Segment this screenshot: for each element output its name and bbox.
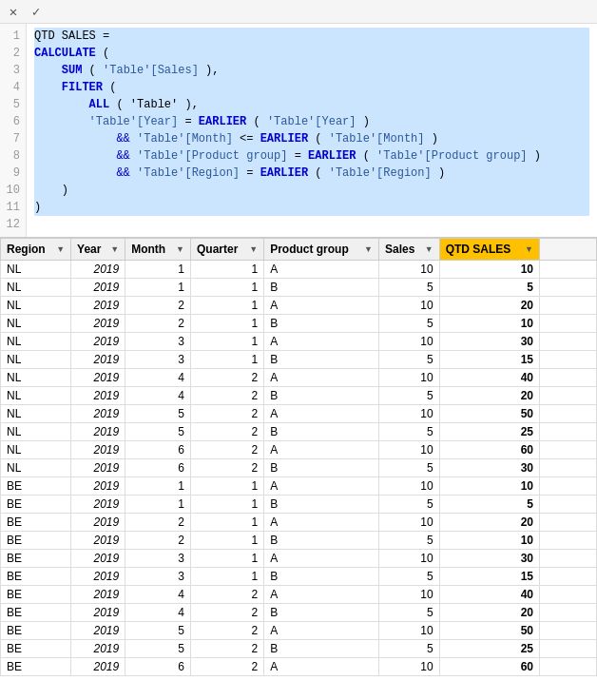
- cell-qtd_sales: 25: [439, 640, 539, 658]
- cell-qtd_sales: 30: [439, 550, 539, 568]
- cell-month: 6: [125, 658, 191, 676]
- filter-icon-quarter[interactable]: ▼: [249, 244, 258, 254]
- extra-cell: [540, 477, 597, 496]
- cell-product_group: A: [264, 514, 379, 532]
- extra-header: [540, 239, 597, 261]
- cell-month: 3: [125, 568, 191, 586]
- cell-quarter: 1: [191, 297, 264, 315]
- filter-icon-region[interactable]: ▼: [56, 244, 65, 254]
- cell-qtd_sales: 40: [439, 369, 539, 387]
- extra-cell: [540, 496, 597, 514]
- extra-cell: [540, 586, 597, 604]
- cell-year: 2019: [71, 568, 125, 586]
- cell-region: BE: [1, 604, 71, 622]
- code-line: FILTER (: [34, 79, 589, 96]
- cell-product_group: B: [264, 279, 379, 297]
- cell-region: BE: [1, 568, 71, 586]
- cell-quarter: 2: [191, 441, 264, 459]
- cell-region: NL: [1, 279, 71, 297]
- cell-quarter: 2: [191, 622, 264, 640]
- data-table-container: Region▼Year▼Month▼Quarter▼Product group▼…: [0, 238, 597, 676]
- cell-quarter: 1: [191, 333, 264, 351]
- cell-sales: 10: [378, 658, 439, 676]
- cell-region: BE: [1, 550, 71, 568]
- code-editor: ✕ ✓ 123456789101112 QTD SALES =CALCULATE…: [0, 0, 597, 238]
- cell-product_group: B: [264, 315, 379, 333]
- code-line: && 'Table'[Month] <= EARLIER ( 'Table'[M…: [34, 130, 589, 147]
- cell-year: 2019: [71, 405, 125, 423]
- header-label-month: Month: [131, 243, 165, 256]
- column-header-qtd_sales: QTD SALES▼: [439, 239, 539, 261]
- cell-qtd_sales: 15: [439, 351, 539, 369]
- cell-year: 2019: [71, 477, 125, 496]
- cell-sales: 10: [378, 622, 439, 640]
- header-label-year: Year: [77, 243, 101, 256]
- cell-region: NL: [1, 369, 71, 387]
- cell-region: NL: [1, 459, 71, 477]
- cell-qtd_sales: 30: [439, 459, 539, 477]
- confirm-icon[interactable]: ✓: [29, 4, 44, 19]
- cell-region: BE: [1, 477, 71, 496]
- cell-sales: 5: [378, 315, 439, 333]
- line-number: 5: [6, 96, 20, 113]
- cell-qtd_sales: 40: [439, 586, 539, 604]
- filter-icon-product_group[interactable]: ▼: [364, 244, 373, 254]
- cell-sales: 10: [378, 405, 439, 423]
- cell-region: BE: [1, 496, 71, 514]
- cell-sales: 10: [378, 550, 439, 568]
- cell-product_group: A: [264, 297, 379, 315]
- line-numbers: 123456789101112: [0, 24, 27, 237]
- cancel-icon[interactable]: ✕: [6, 4, 21, 19]
- cell-sales: 10: [378, 297, 439, 315]
- cell-region: NL: [1, 423, 71, 441]
- table-row: BE201952B525: [1, 640, 597, 658]
- cell-product_group: B: [264, 387, 379, 405]
- cell-region: NL: [1, 441, 71, 459]
- filter-icon-year[interactable]: ▼: [110, 244, 119, 254]
- column-header-product_group: Product group▼: [264, 239, 379, 261]
- code-content[interactable]: QTD SALES =CALCULATE ( SUM ( 'Table'[Sal…: [27, 24, 597, 237]
- table-row: NL201952A1050: [1, 405, 597, 423]
- filter-icon-sales[interactable]: ▼: [425, 244, 433, 254]
- cell-year: 2019: [71, 297, 125, 315]
- cell-sales: 10: [378, 514, 439, 532]
- line-number: 3: [6, 62, 20, 79]
- cell-quarter: 2: [191, 405, 264, 423]
- column-header-sales: Sales▼: [378, 239, 439, 261]
- table-row: NL201931A1030: [1, 333, 597, 351]
- cell-product_group: A: [264, 550, 379, 568]
- cell-quarter: 1: [191, 477, 264, 496]
- cell-year: 2019: [71, 622, 125, 640]
- line-number: 2: [6, 45, 20, 62]
- cell-quarter: 2: [191, 604, 264, 622]
- header-label-sales: Sales: [385, 243, 414, 256]
- code-line: SUM ( 'Table'[Sales] ),: [34, 62, 589, 79]
- line-number: 7: [6, 130, 20, 147]
- code-line: ): [34, 199, 589, 216]
- table-row: NL201942B520: [1, 387, 597, 405]
- cell-year: 2019: [71, 532, 125, 550]
- table-row: NL201911A1010: [1, 261, 597, 279]
- cell-sales: 5: [378, 568, 439, 586]
- cell-qtd_sales: 20: [439, 514, 539, 532]
- column-header-year: Year▼: [71, 239, 125, 261]
- cell-region: BE: [1, 586, 71, 604]
- cell-quarter: 2: [191, 423, 264, 441]
- cell-sales: 5: [378, 351, 439, 369]
- cell-year: 2019: [71, 369, 125, 387]
- table-row: BE201921B510: [1, 532, 597, 550]
- extra-cell: [540, 604, 597, 622]
- cell-product_group: A: [264, 405, 379, 423]
- cell-month: 3: [125, 333, 191, 351]
- cell-quarter: 1: [191, 261, 264, 279]
- cell-year: 2019: [71, 423, 125, 441]
- filter-icon-month[interactable]: ▼: [176, 244, 184, 254]
- cell-product_group: B: [264, 568, 379, 586]
- cell-region: BE: [1, 622, 71, 640]
- cell-quarter: 2: [191, 640, 264, 658]
- code-area: 123456789101112 QTD SALES =CALCULATE ( S…: [0, 24, 597, 237]
- filter-icon-qtd_sales[interactable]: ▼: [525, 244, 533, 254]
- extra-cell: [540, 550, 597, 568]
- extra-cell: [540, 658, 597, 676]
- cell-product_group: B: [264, 496, 379, 514]
